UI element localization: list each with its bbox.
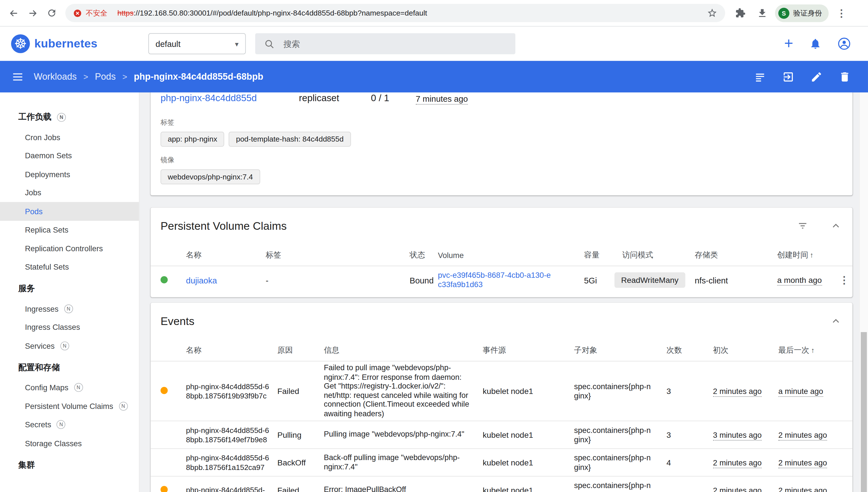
url-scheme: https: [117, 9, 133, 17]
sidebar-item-secrets[interactable]: SecretsN: [0, 415, 139, 434]
event-first-seen: 2 minutes ago: [713, 486, 762, 492]
status-ok-dot: [160, 276, 168, 283]
sidebar-item-storage-classes[interactable]: Storage Classes: [0, 434, 139, 452]
col-reason: 原因: [277, 345, 324, 355]
events-card: Events 名称 原因 信息 事件源 子对象 次数 初次 最后一次↑: [151, 303, 852, 492]
sidebar-item-jobs[interactable]: Jobs: [0, 183, 139, 202]
namespaced-badge: N: [60, 341, 69, 350]
sidebar-item-label: Replica Sets: [25, 225, 68, 234]
menu-toggle-button[interactable]: [11, 71, 24, 83]
pvc-capacity: 5Gi: [584, 275, 615, 285]
url-text[interactable]: https://192.168.50.80:30001/#/pod/defaul…: [117, 9, 427, 17]
browser-profile-chip[interactable]: S 验证身份: [775, 4, 829, 22]
section-title: 配置和存储: [18, 362, 60, 373]
downloads-button[interactable]: [753, 4, 772, 23]
event-message: Error: ImagePullBackOff: [324, 486, 483, 492]
chevron-up-icon: [830, 220, 841, 231]
sidebar-item-label: Replication Controllers: [25, 244, 103, 253]
sidebar-item-persistent-volume-claims[interactable]: Persistent Volume ClaimsN: [0, 397, 139, 415]
sort-asc-icon: ↑: [810, 250, 814, 259]
event-source: kubelet node1: [483, 458, 574, 467]
images-title: 镜像: [160, 155, 843, 165]
image-chip: webdevops/php-nginx:7.4: [160, 169, 260, 184]
forward-icon: [27, 7, 38, 18]
exec-button[interactable]: [782, 71, 794, 83]
events-card-actions: [830, 315, 841, 326]
app-header: ☸ kubernetes default ▾ +: [0, 27, 868, 61]
breadcrumb-pods[interactable]: Pods: [95, 72, 116, 82]
event-first-seen: 2 minutes ago: [713, 387, 762, 396]
event-row: php-nginx-84c4dd855d- Failed Error: Imag…: [151, 476, 852, 492]
breadcrumb-workloads[interactable]: Workloads: [34, 72, 77, 82]
pvc-name-link[interactable]: dujiaoka: [186, 275, 217, 285]
main-content: php-nginx-84c4dd855d replicaset 0 / 1 7 …: [140, 92, 868, 492]
sidebar-item-replica-sets[interactable]: Replica Sets: [0, 220, 139, 239]
edit-pencil-icon: [810, 71, 822, 83]
exec-icon: [782, 71, 794, 83]
brand[interactable]: ☸ kubernetes: [11, 27, 98, 61]
collapse-button[interactable]: [830, 315, 841, 326]
sidebar-item-services[interactable]: ServicesN: [0, 337, 139, 355]
browser-menu-button[interactable]: ⋮: [832, 4, 851, 23]
address-bar[interactable]: 不安全 https://192.168.50.80:30001/#/pod/de…: [65, 4, 725, 22]
logs-button[interactable]: [754, 71, 766, 83]
extensions-button[interactable]: [730, 4, 749, 23]
section-title: 集群: [18, 460, 35, 470]
download-icon: [757, 7, 768, 18]
delete-button[interactable]: [839, 71, 851, 83]
sidebar-item-ingress-classes[interactable]: Ingress Classes: [0, 318, 139, 337]
event-first-seen: 3 minutes ago: [713, 430, 762, 440]
sidebar-item-cron-jobs[interactable]: Cron Jobs: [0, 128, 139, 146]
filter-button[interactable]: [797, 220, 808, 231]
scrollbar-thumb[interactable]: [861, 332, 867, 492]
sidebar-item-label: Config Maps: [25, 383, 68, 392]
col-name[interactable]: 名称: [186, 250, 266, 260]
col-last-seen[interactable]: 最后一次↑: [778, 345, 852, 355]
sidebar-item-daemon-sets[interactable]: Daemon Sets: [0, 146, 139, 165]
sidebar-item-replication-controllers[interactable]: Replication Controllers: [0, 239, 139, 258]
not-secure-label[interactable]: 不安全: [86, 8, 107, 18]
search-box[interactable]: [255, 33, 515, 54]
event-count: 3: [667, 430, 713, 439]
filter-icon: [797, 220, 808, 231]
plus-icon: +: [784, 35, 793, 52]
sidebar-item-deployments[interactable]: Deployments: [0, 165, 139, 184]
refresh-button[interactable]: [42, 4, 61, 23]
namespace-value: default: [155, 39, 235, 48]
events-card-title: Events: [160, 315, 830, 327]
bookmark-button[interactable]: [707, 8, 717, 18]
sidebar-section-cluster: 集群: [0, 452, 139, 475]
edit-button[interactable]: [810, 71, 822, 83]
sidebar-item-pods[interactable]: Pods: [0, 202, 139, 221]
browser-toolbar: 不安全 https://192.168.50.80:30001/#/pod/de…: [0, 0, 868, 27]
page-scrollbar[interactable]: [859, 92, 868, 492]
event-message: Pulling image "webdevops/php-nginx:7.4": [324, 430, 483, 439]
collapse-button[interactable]: [830, 220, 841, 231]
sidebar-item-label: Cron Jobs: [25, 133, 60, 142]
sidebar-item-label: Storage Classes: [25, 439, 82, 448]
pvc-row-menu-button[interactable]: ⋮: [830, 275, 852, 285]
profile-avatar: S: [778, 7, 789, 18]
sidebar-item-config-maps[interactable]: Config MapsN: [0, 378, 139, 397]
event-reason: BackOff: [277, 458, 324, 467]
breadcrumb-current-pod: php-nginx-84c4dd855d-68bpb: [134, 72, 264, 82]
col-source: 事件源: [483, 345, 574, 355]
profile-label: 验证身份: [793, 8, 822, 18]
sidebar-item-stateful-sets[interactable]: Stateful Sets: [0, 258, 139, 276]
owner-replicaset-link[interactable]: php-nginx-84c4dd855d: [160, 93, 257, 103]
search-input[interactable]: [283, 39, 506, 48]
back-button[interactable]: [4, 4, 23, 23]
account-button[interactable]: [838, 37, 851, 50]
pvc-volume-link[interactable]: pvc-e39f465b-8687-4cb0-a130-ec33fa9b1d63: [438, 271, 554, 290]
col-created[interactable]: 创建时间↑: [769, 250, 830, 260]
breadcrumb: Workloads > Pods > php-nginx-84c4dd855d-…: [34, 72, 263, 82]
sidebar-item-label: Stateful Sets: [25, 263, 69, 271]
create-button[interactable]: +: [784, 36, 793, 51]
event-name: php-nginx-84c4dd855d-68bpb.18756f149ef7b…: [186, 425, 277, 444]
col-labels: 标签: [266, 250, 410, 260]
forward-button[interactable]: [23, 4, 42, 23]
notifications-button[interactable]: [809, 38, 821, 50]
namespace-selector[interactable]: default ▾: [148, 33, 246, 54]
sidebar-item-ingresses[interactable]: IngressesN: [0, 299, 139, 318]
event-name: php-nginx-84c4dd855d-: [186, 486, 277, 492]
